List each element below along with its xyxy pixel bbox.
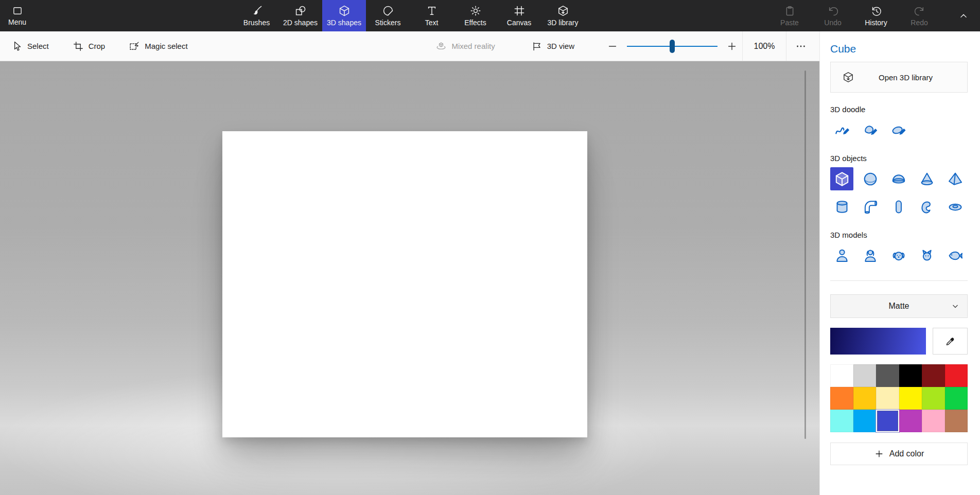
object-curved-cylinder[interactable] xyxy=(859,195,882,218)
plus-icon xyxy=(726,41,738,52)
select-cursor-icon xyxy=(11,41,23,52)
tab-3d-shapes[interactable]: 3D shapes xyxy=(322,0,366,31)
canvas-icon xyxy=(513,5,526,17)
tab-label: Effects xyxy=(464,19,486,27)
open-3d-library-button[interactable]: Open 3D library xyxy=(830,62,968,93)
tab-label: Stickers xyxy=(375,19,401,27)
content-row: Select Crop Magic se xyxy=(0,31,980,495)
select-button[interactable]: Select xyxy=(11,41,49,52)
color-swatch[interactable] xyxy=(853,364,877,387)
fish-icon xyxy=(947,247,964,264)
object-doughnut[interactable] xyxy=(943,195,967,218)
color-swatch[interactable] xyxy=(945,387,968,410)
tool-label: Crop xyxy=(89,42,106,50)
tab-effects[interactable]: Effects xyxy=(453,0,497,31)
zoom-out-button[interactable] xyxy=(602,36,623,57)
mixed-reality-button[interactable]: Mixed reality xyxy=(435,41,495,52)
object-cone[interactable] xyxy=(915,167,938,190)
soft-doodle-icon xyxy=(862,122,879,138)
vertical-scrollbar[interactable] xyxy=(804,70,806,439)
color-swatch[interactable] xyxy=(876,410,899,432)
color-swatch[interactable] xyxy=(876,387,899,410)
cone-icon xyxy=(919,171,935,187)
text-icon xyxy=(426,5,438,17)
models-row xyxy=(830,244,968,267)
model-dog[interactable] xyxy=(887,244,910,267)
zoom-slider-thumb[interactable] xyxy=(670,40,675,53)
cube-icon xyxy=(834,171,850,187)
add-color-button[interactable]: Add color xyxy=(830,443,968,465)
zoom-slider[interactable] xyxy=(627,36,717,57)
mixed-reality-icon xyxy=(435,41,447,52)
color-swatch[interactable] xyxy=(922,410,945,432)
color-swatch[interactable] xyxy=(899,387,922,410)
toolbar: Select Crop Magic se xyxy=(0,31,819,61)
object-cube[interactable] xyxy=(830,167,853,190)
redo-button[interactable]: Redo xyxy=(901,0,938,31)
object-cylinder[interactable] xyxy=(830,195,853,218)
undo-button[interactable]: Undo xyxy=(814,0,851,31)
doodle-sharp-edge[interactable] xyxy=(830,118,853,142)
curve-icon xyxy=(919,199,935,215)
object-sphere[interactable] xyxy=(859,167,882,190)
doodle-soft-edge[interactable] xyxy=(859,118,882,142)
model-cat[interactable] xyxy=(915,244,938,267)
drawing-canvas[interactable] xyxy=(222,131,587,437)
object-pyramid[interactable] xyxy=(943,167,967,190)
object-capsule[interactable] xyxy=(887,195,910,218)
action-label: Redo xyxy=(911,19,927,27)
history-button[interactable]: History xyxy=(857,0,895,31)
magic-select-button[interactable]: Magic select xyxy=(129,41,187,52)
menu-button[interactable]: Menu xyxy=(0,0,34,31)
tool-label: Magic select xyxy=(145,42,187,50)
paste-button[interactable]: Paste xyxy=(771,0,808,31)
section-3d-models: 3D models xyxy=(830,231,968,239)
material-dropdown[interactable]: Matte xyxy=(830,294,968,318)
tab-3d-library[interactable]: 3D library xyxy=(541,0,585,31)
color-swatch[interactable] xyxy=(922,387,945,410)
doodle-tube[interactable] xyxy=(887,118,910,142)
color-swatch[interactable] xyxy=(899,410,922,432)
model-fish[interactable] xyxy=(943,244,967,267)
pyramid-icon xyxy=(947,171,964,187)
tab-brushes[interactable]: Brushes xyxy=(235,0,278,31)
color-swatch[interactable] xyxy=(945,410,968,432)
color-swatch[interactable] xyxy=(876,364,899,387)
tab-canvas[interactable]: Canvas xyxy=(497,0,541,31)
3d-library-icon xyxy=(557,5,569,17)
collapse-ribbon-button[interactable] xyxy=(952,0,975,31)
object-curve[interactable] xyxy=(915,195,938,218)
sharp-doodle-icon xyxy=(834,122,850,138)
more-options-button[interactable] xyxy=(786,36,815,57)
color-swatch[interactable] xyxy=(853,410,877,432)
material-color-gradient[interactable] xyxy=(830,328,926,355)
tab-2d-shapes[interactable]: 2D shapes xyxy=(278,0,322,31)
model-woman[interactable] xyxy=(859,244,882,267)
color-swatch[interactable] xyxy=(922,364,945,387)
color-swatch[interactable] xyxy=(830,387,853,410)
effects-icon xyxy=(469,5,482,17)
tab-text[interactable]: Text xyxy=(410,0,453,31)
object-hemisphere[interactable] xyxy=(887,167,910,190)
tab-label: Canvas xyxy=(507,19,531,27)
tab-stickers[interactable]: Stickers xyxy=(366,0,410,31)
color-swatch[interactable] xyxy=(853,387,877,410)
capsule-icon xyxy=(890,199,907,215)
tab-label: 3D shapes xyxy=(327,19,361,27)
paint3d-app: Menu Brushes 2D shapes 3D shapes xyxy=(0,0,980,495)
eyedropper-button[interactable] xyxy=(933,328,968,355)
menu-icon xyxy=(12,5,23,16)
zoom-in-button[interactable] xyxy=(722,36,742,57)
color-swatch[interactable] xyxy=(899,364,922,387)
color-swatch[interactable] xyxy=(830,364,853,387)
color-swatch[interactable] xyxy=(830,410,853,432)
cylinder-icon xyxy=(834,199,850,215)
color-swatch[interactable] xyxy=(945,364,968,387)
minus-icon xyxy=(607,41,618,52)
3d-view-button[interactable]: 3D view xyxy=(531,41,574,52)
model-man[interactable] xyxy=(830,244,853,267)
tab-label: 2D shapes xyxy=(283,19,318,27)
zoom-level: 100% xyxy=(743,42,786,51)
canvas-viewport[interactable] xyxy=(0,61,819,495)
crop-button[interactable]: Crop xyxy=(73,41,106,52)
